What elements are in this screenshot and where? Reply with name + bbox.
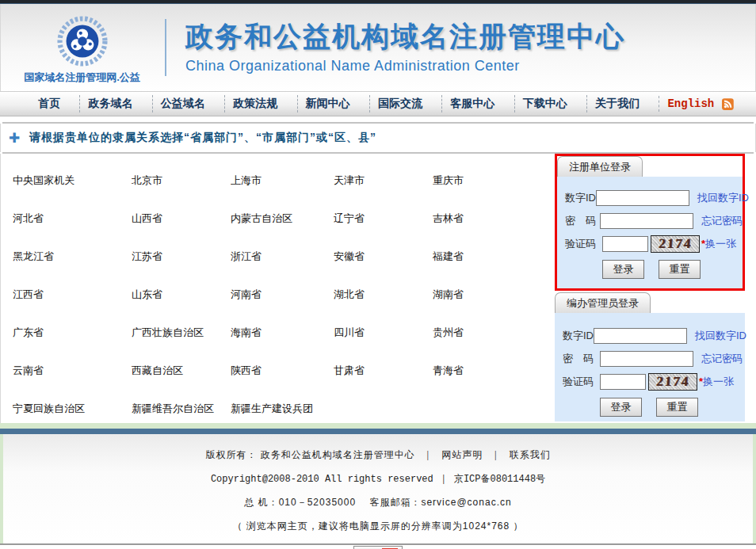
digital-id-label: 数字ID xyxy=(565,191,596,205)
province-link[interactable]: 广西壮族自治区 xyxy=(132,326,231,340)
province-link[interactable]: 广东省 xyxy=(13,326,132,340)
nav-item[interactable]: 新闻中心 xyxy=(297,95,358,112)
province-link[interactable]: 安徽省 xyxy=(334,250,433,264)
conac-logo-icon xyxy=(57,16,108,67)
digital-id-row: 数字ID 找回数字ID xyxy=(565,186,743,209)
province-link[interactable]: 湖南省 xyxy=(433,288,555,302)
captcha-row: 验证码 2174 * 换一张 xyxy=(565,232,743,255)
province-link[interactable]: 江西省 xyxy=(13,288,132,302)
digital-id-input[interactable] xyxy=(594,328,687,344)
digital-id-row: 数字ID 找回数字ID xyxy=(563,324,745,347)
province-link[interactable]: 云南省 xyxy=(13,364,132,378)
reset-button[interactable]: 重置 xyxy=(656,398,698,417)
password-input[interactable] xyxy=(600,351,693,367)
password-row: 密 码 忘记密码 xyxy=(563,347,745,370)
province-link[interactable]: 上海市 xyxy=(231,173,334,188)
captcha-input[interactable] xyxy=(600,374,646,390)
province-link[interactable]: 江苏省 xyxy=(132,250,231,264)
main-nav: 首页政务域名公益域名政策法规新闻中心国际交流客服中心下载中心关于我们Englis… xyxy=(0,91,756,116)
button-row: 登录 重置 xyxy=(563,398,745,417)
site-statement-link[interactable]: 网站声明 xyxy=(441,449,483,460)
recover-id-link[interactable]: 找回数字ID xyxy=(697,191,749,205)
resolution-note-line: （ 浏览本网主页，建议将电脑显示屏的分辨率调为1024*768 ） xyxy=(3,520,753,533)
nav-item[interactable]: English xyxy=(659,96,722,112)
province-link[interactable]: 宁夏回族自治区 xyxy=(13,402,132,416)
logo-block[interactable]: 国家域名注册管理网.公益 xyxy=(1,11,163,85)
page: 国家域名注册管理网.公益 政务和公益机构域名注册管理中心 China Organ… xyxy=(0,0,756,549)
province-link[interactable]: 浙江省 xyxy=(231,250,334,264)
captcha-value: 2174 xyxy=(655,374,689,390)
province-link[interactable]: 山东省 xyxy=(132,288,231,302)
nav-item[interactable]: 国际交流 xyxy=(369,95,430,112)
forgot-password-link[interactable]: 忘记密码 xyxy=(701,352,743,366)
reset-button[interactable]: 重置 xyxy=(659,260,701,279)
phone-email-line: 总 机：010－52035000 客服邮箱：service@conac.cn xyxy=(3,496,753,509)
captcha-value: 2174 xyxy=(658,236,692,252)
nav-item[interactable]: 关于我们 xyxy=(586,95,647,112)
forgot-password-link[interactable]: 忘记密码 xyxy=(701,214,743,228)
captcha-input[interactable] xyxy=(602,236,648,252)
tab-register-unit-login[interactable]: 注册单位登录 xyxy=(557,156,643,177)
cn22-badge[interactable]: CN22 xyxy=(353,546,402,549)
province-link[interactable]: 四川省 xyxy=(334,326,433,340)
nav-item[interactable]: 首页 xyxy=(30,95,68,112)
province-link[interactable]: 重庆市 xyxy=(433,173,555,188)
province-link[interactable]: 中央国家机关 xyxy=(13,173,132,188)
province-link[interactable]: 河南省 xyxy=(231,288,334,302)
nav-item[interactable]: 政务域名 xyxy=(79,95,140,112)
tab-row: 注册单位登录 xyxy=(557,156,743,177)
province-link[interactable]: 西藏自治区 xyxy=(132,364,231,378)
site-title: 政务和公益机构域名注册管理中心 xyxy=(185,21,625,52)
digital-id-input[interactable] xyxy=(596,190,689,206)
rss-icon[interactable] xyxy=(722,98,734,110)
recover-id-link[interactable]: 找回数字ID xyxy=(695,329,746,343)
password-input[interactable] xyxy=(600,213,693,229)
login-button[interactable]: 登录 xyxy=(602,260,644,279)
province-link[interactable]: 青海省 xyxy=(433,364,555,378)
province-link[interactable]: 山西省 xyxy=(132,212,231,226)
captcha-label: 验证码 xyxy=(565,237,602,251)
tab-admin-login[interactable]: 编办管理员登录 xyxy=(555,292,651,313)
province-link[interactable]: 湖北省 xyxy=(334,288,433,302)
login-column: 注册单位登录 数字ID 找回数字ID 密 码 忘记密码 验证码 xyxy=(555,154,745,423)
password-label: 密 码 xyxy=(565,214,600,228)
province-link[interactable]: 河北省 xyxy=(13,212,132,226)
site-subtitle: China Organizational Name Administration… xyxy=(185,58,625,74)
button-row: 登录 重置 xyxy=(565,260,743,279)
footer-green-strip xyxy=(0,423,756,429)
nav-list: 首页政务域名公益域名政策法规新闻中心国际交流客服中心下载中心关于我们Englis… xyxy=(30,95,722,112)
province-link[interactable]: 福建省 xyxy=(433,250,555,264)
province-link[interactable]: 天津市 xyxy=(334,173,433,188)
notice-bar: ✚ 请根据贵单位的隶属关系选择“省属部门”、“市属部门”或“区、县” xyxy=(0,124,756,152)
nav-item[interactable]: 客服中心 xyxy=(441,95,502,112)
province-link[interactable]: 陕西省 xyxy=(231,364,334,378)
separator: ｜ xyxy=(491,449,502,460)
province-link[interactable]: 北京市 xyxy=(132,173,231,188)
contact-us-link[interactable]: 联系我们 xyxy=(510,449,551,460)
nav-item[interactable]: 公益域名 xyxy=(152,95,213,112)
province-link[interactable]: 辽宁省 xyxy=(334,212,433,226)
nav-item[interactable]: 下载中心 xyxy=(514,95,575,112)
panel-body: 数字ID 找回数字ID 密 码 忘记密码 验证码 2174 xyxy=(555,313,745,421)
province-link[interactable]: 内蒙古自治区 xyxy=(231,212,334,226)
header: 国家域名注册管理网.公益 政务和公益机构域名注册管理中心 China Organ… xyxy=(0,4,756,91)
captcha-image[interactable]: 2174 xyxy=(651,235,700,253)
province-link[interactable]: 黑龙江省 xyxy=(13,250,132,264)
refresh-captcha-link[interactable]: 换一张 xyxy=(703,375,734,389)
province-link[interactable]: 贵州省 xyxy=(433,326,555,340)
panel-body: 数字ID 找回数字ID 密 码 忘记密码 验证码 2174 xyxy=(557,177,743,288)
province-link[interactable]: 吉林省 xyxy=(433,212,555,226)
notice-text: 请根据贵单位的隶属关系选择“省属部门”、“市属部门”或“区、县” xyxy=(29,131,376,145)
nav-item[interactable]: 政策法规 xyxy=(224,95,285,112)
login-button[interactable]: 登录 xyxy=(600,398,642,417)
captcha-image[interactable]: 2174 xyxy=(648,373,697,391)
province-link[interactable]: 新疆生产建设兵团 xyxy=(231,402,334,416)
copyright-text: 版权所有： 政务和公益机构域名注册管理中心 xyxy=(205,449,414,460)
refresh-captcha-link[interactable]: 换一张 xyxy=(705,237,736,251)
separator: ｜ xyxy=(423,449,433,460)
password-row: 密 码 忘记密码 xyxy=(565,209,743,232)
province-link[interactable]: 甘肃省 xyxy=(334,364,433,378)
province-link[interactable]: 新疆维吾尔自治区 xyxy=(132,402,231,416)
province-link[interactable]: 海南省 xyxy=(231,326,334,340)
register-unit-login-panel: 注册单位登录 数字ID 找回数字ID 密 码 忘记密码 验证码 xyxy=(555,154,745,291)
